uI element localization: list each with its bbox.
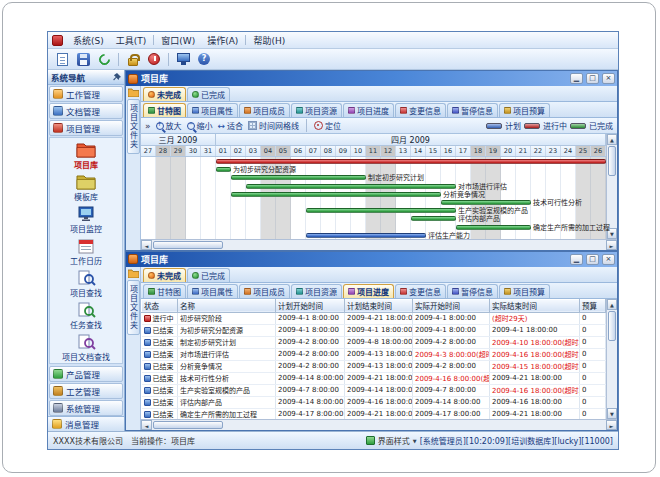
horizontal-scrollbar[interactable]: ◄ ►	[141, 419, 617, 430]
scroll-right-arrow[interactable]: ►	[606, 420, 617, 430]
gantt-bar[interactable]	[231, 192, 441, 197]
sidebar-group-work[interactable]: 工作管理	[49, 86, 123, 102]
gantt-bar[interactable]	[246, 184, 456, 189]
scroll-thumb[interactable]	[608, 311, 616, 341]
scroll-down-arrow[interactable]: ▼	[607, 408, 617, 419]
project-folder-tab[interactable]: 项目文件夹	[127, 280, 140, 335]
menu-tools[interactable]: 工具(T)	[111, 33, 152, 48]
scroll-left-arrow[interactable]: ◄	[141, 420, 152, 430]
column-header[interactable]: 计划开始时间	[276, 299, 345, 312]
help-button[interactable]	[195, 50, 213, 68]
sidebar-item-project-library[interactable]: 项目库	[50, 141, 122, 171]
table-row[interactable]: 已结束分析竞争情况2009-4-2 8:00:002009-4-13 18:00…	[142, 360, 607, 372]
table-row[interactable]: 已结束制定初步研究计划2009-4-2 8:00:002009-4-8 18:0…	[142, 336, 607, 348]
sidebar-item-project-monitor[interactable]: 项目监控	[50, 205, 122, 235]
sidebar-item-project-search[interactable]: 项目查找	[50, 269, 122, 299]
minimize-button[interactable]: ▁	[570, 73, 583, 84]
table-row[interactable]: 已结束生产实验室规模的产品2009-4-7 8:00:002009-4-14 1…	[142, 384, 607, 396]
sidebar-group-craft[interactable]: 工艺管理	[49, 383, 123, 399]
tab-project-attributes[interactable]: 项目属性	[187, 103, 238, 117]
gantt-bar[interactable]	[216, 159, 606, 164]
gantt-bar[interactable]	[306, 233, 426, 238]
message-management-tab[interactable]: 消息管理	[48, 416, 124, 431]
column-header[interactable]: 预算	[580, 299, 606, 312]
zoom-out-button[interactable]: 缩小	[187, 120, 213, 131]
lock-button[interactable]	[124, 50, 142, 68]
scroll-up-arrow[interactable]: ▲	[607, 299, 617, 310]
time-grid-button[interactable]: 时间网格线	[248, 120, 299, 131]
monitor-button[interactable]	[174, 50, 192, 68]
scroll-thumb[interactable]	[153, 241, 223, 249]
menu-help[interactable]: 帮助(H)	[248, 33, 290, 48]
zoom-in-button[interactable]: 放大	[156, 120, 182, 131]
tab-project-budget[interactable]: 项目预算	[499, 284, 550, 298]
gantt-bar[interactable]	[441, 200, 531, 205]
table-row[interactable]: 已结束技术可行性分析2009-4-14 8:00:002009-4-21 18:…	[142, 372, 607, 384]
tab-finished[interactable]: 已完成	[187, 268, 230, 282]
tab-project-resources[interactable]: 项目资源	[291, 103, 342, 117]
tab-change-info[interactable]: 变更信息	[395, 103, 446, 117]
sidebar-item-project-doc-search[interactable]: 项目文档查找	[50, 333, 122, 363]
minimize-button[interactable]: ▁	[570, 254, 583, 265]
style-dropdown-arrow[interactable]	[413, 436, 417, 445]
tab-project-resources[interactable]: 项目资源	[291, 284, 342, 298]
scroll-right-arrow[interactable]: ►	[606, 240, 617, 250]
gantt-bar[interactable]	[231, 175, 366, 180]
tab-project-members[interactable]: 项目成员	[239, 103, 290, 117]
menu-system[interactable]: 系统(S)	[68, 33, 109, 48]
tab-gantt[interactable]: 甘特图	[143, 103, 186, 117]
window-titlebar[interactable]: 项目库 ▁ □ ×	[126, 252, 617, 267]
close-button[interactable]: ×	[602, 254, 615, 265]
tab-unfinished[interactable]: 未完成	[143, 87, 186, 101]
window-titlebar[interactable]: 项目库 ▁ □ ×	[126, 71, 617, 86]
table-row[interactable]: 已结束评估内部产品2009-4-14 8:00:002009-4-16 18:0…	[142, 396, 607, 408]
scroll-thumb[interactable]	[608, 146, 616, 176]
document-button[interactable]	[53, 50, 71, 68]
gantt-bar[interactable]	[306, 208, 456, 213]
table-row[interactable]: 已结束为初步研究分配资源2009-4-1 8:00:002009-4-1 18:…	[142, 324, 607, 336]
sidebar-group-document[interactable]: 文档管理	[49, 103, 123, 119]
sidebar-item-task-search[interactable]: 任务查找	[50, 301, 122, 331]
sidebar-group-project[interactable]: 项目管理	[49, 120, 123, 136]
locate-button[interactable]: 定位	[314, 120, 341, 131]
scroll-thumb[interactable]	[153, 421, 223, 429]
pushpin-icon[interactable]	[113, 73, 121, 81]
column-header[interactable]: 状态	[142, 299, 178, 312]
tab-change-info[interactable]: 变更信息	[395, 284, 446, 298]
tab-project-progress[interactable]: 项目进度	[343, 284, 394, 298]
maximize-button[interactable]: □	[586, 254, 599, 265]
scroll-up-arrow[interactable]: ▲	[607, 134, 617, 145]
gantt-bar[interactable]	[411, 216, 456, 221]
table-row[interactable]: 进行中初步研究阶段2009-4-1 8:00:002009-4-21 18:00…	[142, 312, 607, 324]
tab-project-progress[interactable]: 项目进度	[343, 103, 394, 117]
column-header[interactable]: 计划结束时间	[345, 299, 413, 312]
gantt-bar[interactable]	[216, 167, 231, 172]
column-header[interactable]: 名称	[178, 299, 276, 312]
tab-project-members[interactable]: 项目成员	[239, 284, 290, 298]
gantt-bar[interactable]	[456, 225, 531, 230]
tab-unfinished[interactable]: 未完成	[143, 268, 186, 282]
save-button[interactable]	[74, 50, 92, 68]
sidebar-item-template-library[interactable]: 模板库	[50, 173, 122, 203]
tab-finished[interactable]: 已完成	[187, 87, 230, 101]
scroll-left-arrow[interactable]: ◄	[141, 240, 152, 250]
logout-button[interactable]	[145, 50, 163, 68]
fit-button[interactable]: 适合	[218, 120, 244, 131]
vertical-scrollbar[interactable]: ▲ ▼	[606, 299, 617, 420]
project-folder-tab[interactable]: 项目文件夹	[127, 99, 140, 154]
tab-pause-info[interactable]: 暂停信息	[447, 284, 498, 298]
sidebar-item-work-calendar[interactable]: 工作日历	[50, 237, 122, 267]
table-row[interactable]: 已结束对市场进行评估2009-4-2 8:00:002009-4-13 18:0…	[142, 348, 607, 360]
overflow-chevron-icon[interactable]: »	[145, 121, 151, 131]
sidebar-group-system[interactable]: 系统管理	[49, 400, 123, 416]
refresh-button[interactable]	[95, 50, 113, 68]
interface-style-label[interactable]: 界面样式	[378, 435, 410, 446]
tab-pause-info[interactable]: 暂停信息	[447, 103, 498, 117]
menu-operation[interactable]: 操作(A)	[202, 33, 243, 48]
tab-gantt[interactable]: 甘特图	[143, 284, 186, 298]
sidebar-group-product[interactable]: 产品管理	[49, 366, 123, 382]
tab-project-budget[interactable]: 项目预算	[499, 103, 550, 117]
column-header[interactable]: 实际结束时间	[490, 299, 580, 312]
close-button[interactable]: ×	[602, 73, 615, 84]
column-header[interactable]: 实际开始时间	[413, 299, 490, 312]
